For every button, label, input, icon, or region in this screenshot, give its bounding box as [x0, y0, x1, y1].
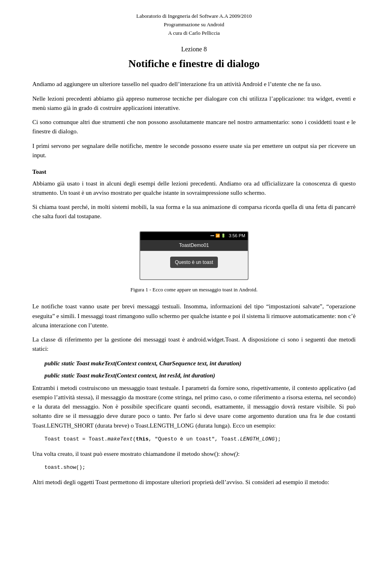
method1-block: public static Toast makeText(Context con…: [32, 359, 356, 368]
android-title-bar: ToastDemo01: [140, 240, 248, 251]
notification-paragraph-1: Le notifiche toast vanno usate per brevi…: [32, 302, 356, 330]
method-explanation-1: Entrambi i metodi costruiscono un messag…: [32, 384, 356, 430]
lesson-label: Lezione 8: [32, 44, 356, 54]
header-line1: Laboratorio di Ingegneria del Software A…: [136, 13, 252, 19]
code-example-block: Toast toast = Toast.makeText(this, "Ques…: [44, 435, 356, 444]
method2-block: public static Toast makeText(Context con…: [32, 371, 356, 380]
code-show-block: toast.show();: [44, 464, 356, 472]
toast-paragraph-1: Abbiamo già usato i toast in alcuni degl…: [32, 179, 356, 198]
status-time: 3:56 PM: [229, 232, 245, 239]
toast-section-title: Toast: [32, 167, 356, 177]
notification-paragraph-3: La classe di riferimento per la gestione…: [32, 335, 356, 354]
toast-bubble: Questo è un toast: [170, 257, 218, 268]
intro-paragraph-1: Andiamo ad aggiungere un ulteriore tasse…: [32, 80, 356, 89]
method2-text: public static Toast makeText(Context con…: [44, 371, 356, 380]
figure-container: ▪▪▪ 📶 🔋 3:56 PM ToastDemo01 Questo è un …: [32, 231, 356, 294]
code-show-text: toast.show();: [44, 464, 85, 470]
android-screenshot: ▪▪▪ 📶 🔋 3:56 PM ToastDemo01 Questo è un …: [139, 231, 249, 280]
method1-text: public static Toast makeText(Context con…: [44, 359, 356, 368]
header-line3: A cura di Carlo Pelliccia: [168, 30, 220, 36]
main-title: Notifiche e finestre di dialogo: [32, 56, 356, 72]
intro-paragraph-4: I primi servono per segnalare delle noti…: [32, 141, 356, 160]
header: Laboratorio di Ingegneria del Software A…: [32, 12, 356, 37]
header-line2: Programmazione su Android: [164, 21, 224, 27]
figure-caption: Figura 1 - Ecco come appare un messaggio…: [32, 286, 356, 294]
intro-paragraph-2: Nelle lezioni precedenti abbiamo già app…: [32, 94, 356, 113]
toast-paragraph-3: Si chiama toast perché, in molti sistemi…: [32, 202, 356, 221]
intro-paragraph-3: Ci sono comunque altri due strumenti che…: [32, 118, 356, 137]
android-content: Questo è un toast: [140, 251, 248, 279]
code-example-text: Toast toast = Toast.makeText(this, "Ques…: [44, 436, 281, 442]
signal-icon: ▪▪▪: [210, 233, 214, 239]
wifi-icon: 📶: [215, 233, 220, 239]
status-icons: ▪▪▪ 📶 🔋: [210, 233, 226, 239]
battery-icon: 🔋: [221, 233, 226, 239]
show-explanation: Una volta creato, il toast può essere mo…: [32, 449, 356, 459]
other-methods-paragraph: Altri metodi degli oggetti Toast permett…: [32, 478, 356, 487]
android-status-bar: ▪▪▪ 📶 🔋 3:56 PM: [140, 232, 248, 240]
